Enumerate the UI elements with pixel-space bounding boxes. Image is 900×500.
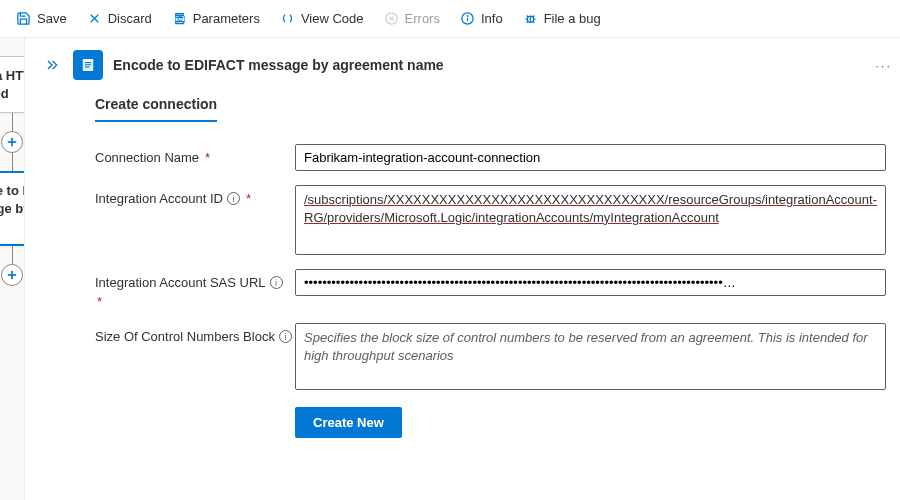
svg-rect-29 xyxy=(85,64,91,65)
connector-line xyxy=(12,113,13,131)
code-icon xyxy=(280,11,295,26)
info-icon xyxy=(460,11,475,26)
cta-row: Create New xyxy=(95,407,886,438)
field-sas-url: Integration Account SAS URL i * xyxy=(95,269,886,309)
file-bug-button[interactable]: File a bug xyxy=(515,6,609,31)
step-http-trigger[interactable]: When a HTTP request is received xyxy=(0,56,24,113)
errors-icon xyxy=(384,11,399,26)
integration-account-id-input[interactable]: /subscriptions/XXXXXXXXXXXXXXXXXXXXXXXXX… xyxy=(295,185,886,255)
svg-line-13 xyxy=(526,15,527,17)
info-button[interactable]: Info xyxy=(452,6,511,31)
svg-line-14 xyxy=(533,15,534,17)
block-size-input[interactable] xyxy=(295,323,886,390)
field-integration-account-id: Integration Account ID i * /subscription… xyxy=(95,185,886,255)
workspace: When a HTTP request is received Encode t… xyxy=(0,38,900,500)
bug-icon xyxy=(523,11,538,26)
field-label: Connection Name* xyxy=(95,144,295,165)
parameters-button[interactable]: [@] Parameters xyxy=(164,6,268,31)
info-icon[interactable]: i xyxy=(270,276,283,289)
svg-point-8 xyxy=(467,16,468,17)
section-tab: Create connection xyxy=(95,96,217,122)
connector-line xyxy=(12,246,13,264)
more-menu-button[interactable]: ··· xyxy=(869,56,898,75)
detail-panel: Encode to EDIFACT message by agreement n… xyxy=(24,38,900,500)
required-marker: * xyxy=(205,150,210,165)
step-title: Encode to EDIFACT message by agreement n… xyxy=(0,182,24,235)
field-label: Size Of Control Numbers Block i xyxy=(95,323,295,344)
designer-canvas[interactable]: When a HTTP request is received Encode t… xyxy=(0,38,24,500)
panel-body: Create connection Connection Name* Integ… xyxy=(25,90,900,500)
info-icon[interactable]: i xyxy=(227,192,240,205)
required-marker: * xyxy=(97,294,102,309)
sas-url-input[interactable] xyxy=(295,269,886,296)
discard-button[interactable]: Discard xyxy=(79,6,160,31)
view-code-label: View Code xyxy=(301,11,364,26)
info-icon[interactable]: i xyxy=(279,330,292,343)
add-step-button[interactable] xyxy=(1,131,23,153)
field-label: Integration Account ID i * xyxy=(95,185,295,206)
required-marker: * xyxy=(246,191,251,206)
svg-line-16 xyxy=(533,21,534,23)
discard-label: Discard xyxy=(108,11,152,26)
edifact-icon xyxy=(73,50,103,80)
view-code-button[interactable]: View Code xyxy=(272,6,372,31)
create-new-button[interactable]: Create New xyxy=(295,407,402,438)
save-icon xyxy=(16,11,31,26)
step-title: When a HTTP request is received xyxy=(0,67,24,102)
errors-button: Errors xyxy=(376,6,448,31)
field-block-size: Size Of Control Numbers Block i xyxy=(95,323,886,393)
parameters-label: Parameters xyxy=(193,11,260,26)
panel-title: Encode to EDIFACT message by agreement n… xyxy=(113,57,444,73)
svg-rect-30 xyxy=(85,67,90,68)
field-connection-name: Connection Name* xyxy=(95,144,886,171)
errors-label: Errors xyxy=(405,11,440,26)
save-button[interactable]: Save xyxy=(8,6,75,31)
svg-rect-28 xyxy=(85,62,91,63)
field-label: Integration Account SAS URL i * xyxy=(95,269,295,309)
top-toolbar: Save Discard [@] Parameters View Code Er… xyxy=(0,0,900,38)
file-bug-label: File a bug xyxy=(544,11,601,26)
connection-name-input[interactable] xyxy=(295,144,886,171)
discard-icon xyxy=(87,11,102,26)
connector-line xyxy=(12,153,13,171)
svg-text:[@]: [@] xyxy=(174,15,185,23)
add-step-button[interactable] xyxy=(1,264,23,286)
info-label: Info xyxy=(481,11,503,26)
panel-header: Encode to EDIFACT message by agreement n… xyxy=(25,38,900,90)
save-label: Save xyxy=(37,11,67,26)
collapse-panel-button[interactable] xyxy=(41,54,63,76)
svg-line-15 xyxy=(526,21,527,23)
step-edifact-encode[interactable]: Encode to EDIFACT message by agreement n… xyxy=(0,171,24,246)
parameters-icon: [@] xyxy=(172,11,187,26)
